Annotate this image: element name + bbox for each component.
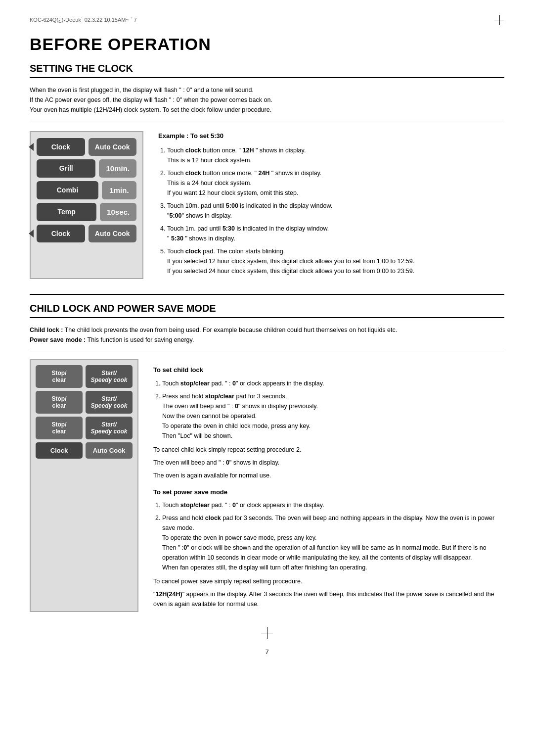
section2-intro: Child lock : The child lock prevents the… (30, 325, 504, 351)
child-lock-step-2: Press and hold stop/clear pad for 3 seco… (162, 391, 504, 441)
clock-step-3: Touch 10m. pad until 5:00 is indicated i… (167, 201, 504, 221)
arrow-left-top (29, 143, 34, 151)
stop-clear-2[interactable]: Stop/clear (36, 391, 83, 414)
main-title: BEFORE OPERATION (30, 35, 504, 54)
power-save-step-2: Press and hold clock pad for 3 seconds. … (162, 513, 504, 572)
child-lock-cancel-1: To cancel child lock simply repeat setti… (153, 445, 504, 455)
start-speedy-2[interactable]: Start/Speedy cook (86, 391, 133, 414)
clock-step-2: Touch clock button once more. " 24H " sh… (167, 168, 504, 198)
section1-content: Clock Auto Cook Grill 10min. Combi 1min. (30, 131, 504, 279)
child-keypad-row-4: Clock Auto Cook (36, 442, 133, 459)
keypad-row-4: Temp 10sec. (37, 203, 136, 221)
child-lock-cancel-2: The oven will beep and " : 0" shows in d… (153, 458, 504, 468)
child-lock-step-1: Touch stop/clear pad. " : 0" or clock ap… (162, 378, 504, 388)
10sec-key[interactable]: 10sec. (100, 203, 136, 221)
stop-clear-3[interactable]: Stop/clear (36, 417, 83, 439)
keypad-row-2: Grill 10min. (37, 159, 136, 178)
section-divider (30, 294, 504, 295)
clock-step-5: Touch clock pad. The colon starts blinki… (167, 246, 504, 276)
arrow-left-bottom (29, 230, 34, 237)
combi-button[interactable]: Combi (37, 181, 98, 199)
child-lock-cancel-3: The oven is again available for normal u… (153, 471, 504, 480)
crosshair-top-right (494, 15, 504, 25)
clock-steps-list: Touch clock button once. " 12H " shows i… (158, 145, 504, 276)
bottom-crosshair (30, 627, 504, 640)
clock-button-bottom[interactable]: Clock (37, 225, 85, 242)
clock-keypad: Clock Auto Cook Grill 10min. Combi 1min. (30, 131, 143, 279)
10min-key[interactable]: 10min. (99, 159, 136, 178)
page-header: KOC-624Q(¿)-Deeuk` 02.3.22 10:15AM~ ` 7 (30, 15, 504, 25)
stop-clear-1[interactable]: Stop/clear (36, 365, 83, 388)
clock-button-child[interactable]: Clock (36, 442, 83, 459)
clock-step-4: Touch 1m. pad until 5:30 is indicated in… (167, 224, 504, 243)
start-speedy-1[interactable]: Start/Speedy cook (86, 365, 133, 388)
keypad-row-3: Combi 1min. (37, 181, 136, 199)
1min-key[interactable]: 1min. (102, 181, 136, 199)
auto-cook-button-child[interactable]: Auto Cook (86, 442, 133, 459)
power-save-steps: Touch stop/clear pad. " : 0" or clock ap… (153, 500, 504, 572)
power-save-step-1: Touch stop/clear pad. " : 0" or clock ap… (162, 500, 504, 510)
auto-cook-button-top[interactable]: Auto Cook (89, 138, 137, 156)
keypad-row-5: Clock Auto Cook (37, 225, 136, 242)
temp-button[interactable]: Temp (37, 203, 96, 221)
crosshair-bottom-icon (261, 627, 273, 639)
child-lock-keypad: Stop/clear Start/Speedy cook Stop/clear … (30, 359, 138, 613)
clock-step-1: Touch clock button once. " 12H " shows i… (167, 145, 504, 165)
section2-content: Stop/clear Start/Speedy cook Stop/clear … (30, 359, 504, 613)
child-keypad-row-3: Stop/clear Start/Speedy cook (36, 417, 133, 439)
example-title: Example : To set 5:30 (158, 131, 504, 142)
child-lock-steps: Touch stop/clear pad. " : 0" or clock ap… (153, 378, 504, 441)
clock-button-top[interactable]: Clock (37, 138, 85, 156)
section1-instructions: Example : To set 5:30 Touch clock button… (158, 131, 504, 279)
start-speedy-3[interactable]: Start/Speedy cook (86, 417, 133, 439)
doc-code: KOC-624Q(¿)-Deeuk` 02.3.22 10:15AM~ ` 7 (30, 17, 137, 23)
power-save-cancel-2: "12H(24H)" appears in the display. After… (153, 589, 504, 609)
section2-instructions: To set child lock Touch stop/clear pad. … (153, 359, 504, 613)
section2-title: CHILD LOCK AND POWER SAVE MODE (30, 303, 504, 318)
power-save-section-title: To set power save mode (153, 487, 504, 498)
keypad-row-1: Clock Auto Cook (37, 138, 136, 156)
child-keypad-row-1: Stop/clear Start/Speedy cook (36, 365, 133, 388)
section1-intro: When the oven is first plugged in, the d… (30, 85, 504, 122)
grill-button[interactable]: Grill (37, 159, 95, 178)
section1-title: SETTING THE CLOCK (30, 63, 504, 78)
auto-cook-button-bottom[interactable]: Auto Cook (89, 225, 137, 242)
page-number: 7 (30, 648, 504, 656)
power-save-cancel-1: To cancel power save simply repeat setti… (153, 576, 504, 586)
child-lock-section-title: To set child lock (153, 365, 504, 376)
child-keypad-row-2: Stop/clear Start/Speedy cook (36, 391, 133, 414)
